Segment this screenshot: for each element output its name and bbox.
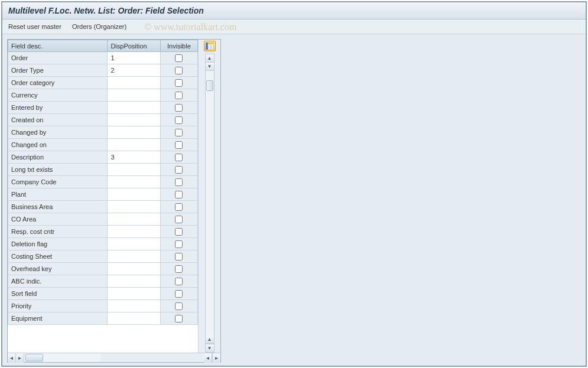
table-row[interactable]: Order category — [8, 77, 198, 89]
column-header-disp-position[interactable]: DispPosition — [108, 40, 160, 52]
field-desc-cell[interactable]: Order category — [8, 77, 108, 89]
h-scroll-track[interactable] — [24, 353, 100, 362]
invisible-checkbox[interactable] — [175, 92, 183, 99]
table-row[interactable]: CO Area — [8, 213, 198, 226]
table-row[interactable]: Overhead key — [8, 263, 198, 275]
table-row[interactable]: Order1 — [8, 52, 198, 64]
scroll-up-bottom-button[interactable]: ▲ — [206, 336, 214, 344]
table-row[interactable]: Description3 — [8, 151, 198, 164]
disp-position-cell[interactable] — [108, 201, 160, 213]
invisible-checkbox[interactable] — [175, 79, 183, 87]
disp-position-cell[interactable]: 2 — [108, 64, 160, 77]
horizontal-scrollbar[interactable]: ◄ ► ◄ ► — [8, 353, 220, 362]
table-row[interactable]: Company Code — [8, 176, 198, 188]
field-desc-cell[interactable]: Long txt exists — [8, 164, 108, 176]
orders-organizer-button[interactable]: Orders (Organizer) — [72, 23, 126, 30]
invisible-checkbox[interactable] — [175, 178, 183, 186]
field-desc-cell[interactable]: Order Type — [8, 64, 108, 77]
disp-position-cell[interactable] — [108, 77, 160, 89]
disp-position-cell[interactable] — [108, 126, 160, 139]
disp-position-cell[interactable] — [108, 89, 160, 102]
vertical-scrollbar[interactable]: ▲ ▼ ▲ ▼ — [205, 54, 215, 353]
field-desc-cell[interactable]: Costing Sheet — [8, 250, 108, 263]
table-settings-button[interactable] — [204, 41, 216, 51]
field-desc-cell[interactable]: Order — [8, 52, 108, 64]
invisible-checkbox[interactable] — [175, 203, 183, 211]
invisible-checkbox[interactable] — [175, 54, 183, 62]
field-desc-cell[interactable]: Entered by — [8, 102, 108, 114]
disp-position-cell[interactable] — [108, 139, 160, 151]
scroll-down-button[interactable]: ▼ — [206, 63, 214, 71]
invisible-checkbox[interactable] — [175, 154, 183, 161]
scroll-up-button[interactable]: ▲ — [206, 54, 214, 63]
scroll-left-end-button[interactable]: ◄ — [204, 353, 212, 363]
table-row[interactable]: Created on — [8, 114, 198, 126]
table-row[interactable]: Entered by — [8, 102, 198, 114]
field-desc-cell[interactable]: Business Area — [8, 201, 108, 213]
table-row[interactable]: Changed on — [8, 139, 198, 151]
table-row[interactable]: Priority — [8, 300, 198, 312]
disp-position-cell[interactable]: 1 — [108, 52, 160, 64]
field-desc-cell[interactable]: Priority — [8, 300, 108, 312]
field-desc-cell[interactable]: CO Area — [8, 213, 108, 226]
field-desc-cell[interactable]: Resp. cost cntr — [8, 226, 108, 238]
table-row[interactable]: Long txt exists — [8, 164, 198, 176]
disp-position-cell[interactable] — [108, 213, 160, 226]
field-desc-cell[interactable]: Overhead key — [8, 263, 108, 275]
field-desc-cell[interactable]: Changed by — [8, 126, 108, 139]
scroll-left-button[interactable]: ◄ — [8, 353, 16, 363]
table-row[interactable]: ABC indic. — [8, 275, 198, 288]
scroll-down-bottom-button[interactable]: ▼ — [206, 344, 214, 352]
invisible-checkbox[interactable] — [175, 253, 183, 260]
field-desc-cell[interactable]: Changed on — [8, 139, 108, 151]
field-desc-cell[interactable]: Description — [8, 151, 108, 164]
invisible-checkbox[interactable] — [175, 129, 183, 136]
table-row[interactable]: Costing Sheet — [8, 250, 198, 263]
disp-position-cell[interactable] — [108, 114, 160, 126]
field-desc-cell[interactable]: Company Code — [8, 176, 108, 188]
disp-position-cell[interactable] — [108, 288, 160, 300]
field-desc-cell[interactable]: Created on — [8, 114, 108, 126]
field-desc-cell[interactable]: ABC indic. — [8, 275, 108, 288]
disp-position-cell[interactable] — [108, 226, 160, 238]
disp-position-cell[interactable] — [108, 176, 160, 188]
disp-position-cell[interactable] — [108, 263, 160, 275]
field-desc-cell[interactable]: Plant — [8, 188, 108, 201]
field-desc-cell[interactable]: Equipment — [8, 312, 108, 325]
h-scroll-thumb[interactable] — [25, 354, 43, 362]
invisible-checkbox[interactable] — [175, 116, 183, 124]
disp-position-cell[interactable] — [108, 275, 160, 288]
invisible-checkbox[interactable] — [175, 290, 183, 298]
disp-position-cell[interactable] — [108, 164, 160, 176]
disp-position-cell[interactable] — [108, 300, 160, 312]
invisible-checkbox[interactable] — [175, 228, 183, 236]
disp-position-cell[interactable] — [108, 102, 160, 114]
table-row[interactable]: Changed by — [8, 126, 198, 139]
invisible-checkbox[interactable] — [175, 315, 183, 323]
table-row[interactable]: Sort field — [8, 288, 198, 300]
table-row[interactable]: Resp. cost cntr — [8, 226, 198, 238]
invisible-checkbox[interactable] — [175, 104, 183, 112]
scroll-right-button[interactable]: ► — [16, 353, 24, 363]
disp-position-cell[interactable]: 3 — [108, 151, 160, 164]
invisible-checkbox[interactable] — [175, 278, 183, 285]
scroll-right-end-button[interactable]: ► — [212, 353, 220, 363]
field-desc-cell[interactable]: Currency — [8, 89, 108, 102]
table-row[interactable]: Plant — [8, 188, 198, 201]
table-row[interactable]: Business Area — [8, 201, 198, 213]
scroll-thumb[interactable] — [206, 80, 213, 91]
disp-position-cell[interactable] — [108, 188, 160, 201]
disp-position-cell[interactable] — [108, 238, 160, 250]
table-row[interactable]: Equipment — [8, 312, 198, 325]
invisible-checkbox[interactable] — [175, 302, 183, 310]
table-row[interactable]: Order Type2 — [8, 64, 198, 77]
invisible-checkbox[interactable] — [175, 191, 183, 198]
reset-user-master-button[interactable]: Reset user master — [8, 23, 61, 30]
invisible-checkbox[interactable] — [175, 67, 183, 74]
invisible-checkbox[interactable] — [175, 166, 183, 174]
invisible-checkbox[interactable] — [175, 216, 183, 223]
column-header-invisible[interactable]: Invisible — [160, 40, 197, 52]
field-desc-cell[interactable]: Sort field — [8, 288, 108, 300]
scroll-track[interactable] — [206, 71, 214, 336]
invisible-checkbox[interactable] — [175, 265, 183, 273]
